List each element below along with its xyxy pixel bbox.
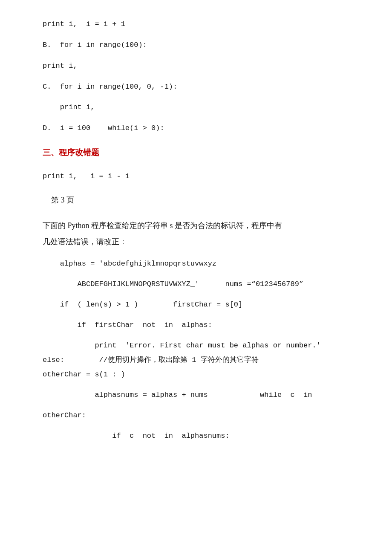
line-if-c-not-in: if c not in alphasnums: — [43, 429, 366, 443]
gap — [43, 163, 366, 169]
line-print-error: print 'Error. First char must be alphas … — [43, 338, 366, 353]
gap — [43, 73, 366, 79]
description-line-2: 几处语法错误，请改正： — [43, 234, 366, 249]
gap — [43, 312, 366, 318]
line-if-len: if ( len(s) > 1 ) firstChar = s[0] — [43, 298, 366, 312]
description-line-1: 下面的 Python 程序检查给定的字符串 s 是否为合法的标识符，程序中有 — [43, 218, 366, 233]
gap — [43, 53, 366, 59]
gap — [43, 402, 366, 408]
gap — [43, 332, 366, 338]
line-otherchar-colon: otherChar: — [43, 408, 366, 423]
gap — [43, 184, 366, 190]
gap — [43, 94, 366, 100]
gap — [43, 115, 366, 121]
line-otherchar: otherChar = s(1 : ) — [43, 367, 366, 382]
section-title-program-correction: 三、程序改错题 — [43, 145, 366, 160]
line-else-comment: else: //使用切片操作，取出除第 1 字符外的其它字符 — [43, 353, 366, 367]
gap — [43, 382, 366, 388]
gap — [43, 271, 366, 277]
line-print-i-indent: print i, — [43, 100, 366, 115]
gap — [43, 251, 366, 257]
gap — [43, 423, 366, 429]
line-if-firstchar: if firstChar not in alphas: — [43, 318, 366, 332]
line-alphas-upper-nums: ABCDEFGHIJKLMNOPQRSTUVWXYZ_' nums =“0123… — [43, 277, 366, 292]
line-alphas-def: alphas = 'abcdefghijklmnopqrstuvwxyz — [43, 257, 366, 271]
main-content: print i, i = i + 1 B. for i in range(100… — [43, 17, 366, 443]
option-c: C. for i in range(100, 0, -1): — [43, 79, 366, 95]
line-print-i-decrement: print i, i = i - 1 — [43, 169, 366, 184]
gap — [43, 292, 366, 298]
gap — [43, 32, 366, 38]
page-number: 第 3 页 — [51, 193, 366, 207]
gap — [43, 212, 366, 218]
option-b: B. for i in range(100): — [43, 38, 366, 53]
line-print-i-increment: print i, i = i + 1 — [43, 17, 366, 32]
line-print-i: print i, — [43, 59, 366, 73]
line-alphasnums-while: alphasnums = alphas + nums while c in — [43, 388, 366, 402]
gap — [43, 136, 366, 142]
option-d: D. i = 100 while(i > 0): — [43, 121, 366, 136]
